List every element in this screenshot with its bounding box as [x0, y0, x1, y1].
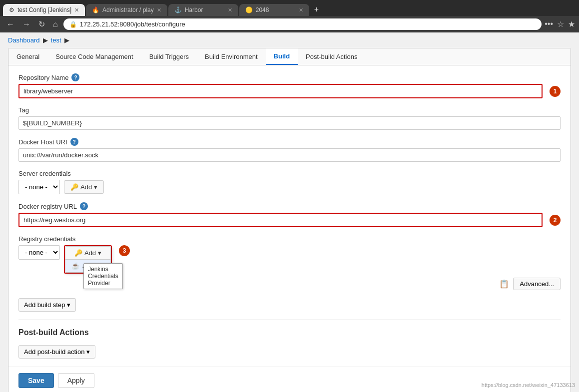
breadcrumb: Dashboard ▶ test ▶: [0, 32, 579, 48]
breadcrumb-sep-1: ▶: [43, 36, 48, 44]
badge-3: 3: [119, 245, 130, 256]
back-button[interactable]: ←: [4, 19, 17, 30]
more-icon[interactable]: •••: [545, 19, 553, 29]
tab-favicon-2: 🔥: [92, 6, 99, 13]
add-caret-icon: ▾: [94, 183, 97, 191]
page: Dashboard ▶ test ▶ General Source Code M…: [0, 32, 579, 392]
page-content: Dashboard ▶ test ▶ General Source Code M…: [0, 32, 579, 392]
build-tab-content: Repository Name ? 1 Tag: [8, 65, 571, 367]
add-credentials-button[interactable]: 🔑 Add ▾: [65, 247, 110, 260]
key-icon: 🔑: [70, 183, 78, 191]
watermark: https://blog.csdn.net/weixin_47133613: [482, 382, 575, 388]
tag-label: Tag: [18, 106, 561, 114]
refresh-button[interactable]: ↻: [36, 18, 47, 30]
repo-name-help-icon[interactable]: ?: [71, 73, 79, 81]
forward-button[interactable]: →: [20, 19, 33, 30]
jenkins-icon: ☕: [71, 262, 79, 270]
tab-title-1: test Config [Jenkins]: [17, 6, 71, 13]
server-credentials-add-button[interactable]: 🔑 Add ▾: [64, 180, 104, 194]
tab-triggers[interactable]: Build Triggers: [141, 48, 197, 65]
tag-group: Tag: [18, 106, 561, 130]
tab-2048[interactable]: 🟡 2048 ✕: [239, 4, 309, 16]
registry-credentials-label: Registry credentials: [18, 235, 561, 243]
tab-title-4: 2048: [256, 6, 296, 13]
dropdown-caret-icon: ▾: [98, 249, 101, 257]
tab-environment[interactable]: Build Environment: [197, 48, 266, 65]
nav-icons: ••• ☆ ★: [545, 19, 575, 29]
bookmark-icon[interactable]: ☆: [557, 19, 564, 29]
server-credentials-row: - none - 🔑 Add ▾: [18, 180, 561, 194]
bottom-bar: Save Apply: [8, 367, 571, 392]
tab-close-1[interactable]: ✕: [74, 7, 79, 13]
address-text: 172.25.21.52:8080/job/test/configure: [80, 20, 536, 28]
browser-chrome: ⚙ test Config [Jenkins] ✕ 🔥 Administrato…: [0, 0, 579, 32]
server-credentials-label: Server credentials: [18, 170, 561, 177]
nav-bar: ← → ↻ ⌂ 🔒 172.25.21.52:8080/job/test/con…: [0, 16, 579, 32]
docker-host-uri-input[interactable]: [18, 148, 561, 162]
tab-title-2: Administrator / play: [102, 6, 154, 13]
tab-post-build[interactable]: Post-build Actions: [298, 48, 365, 65]
breadcrumb-sep-2: ▶: [64, 36, 69, 44]
new-tab-button[interactable]: +: [310, 3, 323, 16]
add-build-step-button[interactable]: Add build step ▾: [18, 298, 76, 312]
add-post-build-action-button[interactable]: Add post-build action ▾: [18, 345, 95, 359]
repo-name-label: Repository Name ?: [18, 73, 561, 81]
tab-general[interactable]: General: [8, 48, 47, 65]
add-post-build-row: Add post-build action ▾: [18, 345, 561, 359]
config-tabs-row: General Source Code Management Build Tri…: [8, 48, 571, 65]
registry-credentials-group: Registry credentials - none - 🔑 Add: [18, 235, 561, 290]
add-build-step-row: Add build step ▾: [18, 298, 561, 312]
post-build-caret-icon: ▾: [86, 348, 90, 356]
tag-input[interactable]: [18, 116, 561, 130]
tab-test-config[interactable]: ⚙ test Config [Jenkins] ✕: [3, 4, 85, 16]
tab-favicon-3: ⚓: [174, 6, 182, 13]
docker-host-uri-group: Docker Host URI ?: [18, 138, 561, 162]
save-button[interactable]: Save: [18, 373, 54, 388]
tab-close-2[interactable]: ✕: [157, 7, 161, 13]
tab-title-3: Harbor: [185, 6, 225, 13]
tab-build[interactable]: Build: [266, 48, 298, 65]
advanced-icon: 📋: [499, 279, 509, 289]
post-build-title: Post-build Actions: [18, 328, 561, 337]
docker-registry-url-help-icon[interactable]: ?: [80, 202, 88, 210]
home-button[interactable]: ⌂: [50, 19, 60, 30]
repo-name-group: Repository Name ? 1: [18, 73, 561, 98]
apply-button[interactable]: Apply: [58, 373, 94, 388]
docker-registry-url-group: Docker registry URL ? 2: [18, 202, 561, 227]
lock-icon: 🔒: [69, 21, 77, 28]
registry-credentials-select[interactable]: - none -: [18, 245, 60, 260]
docker-registry-url-input[interactable]: [19, 214, 542, 226]
star-icon[interactable]: ★: [568, 19, 575, 29]
tooltip-popup: Jenkins Credentials Provider: [83, 263, 123, 289]
docker-host-uri-help-icon[interactable]: ?: [70, 138, 78, 146]
tab-harbor[interactable]: ⚓ Harbor ✕: [168, 4, 238, 16]
section-divider: [18, 320, 561, 320]
breadcrumb-test[interactable]: test: [51, 36, 61, 44]
repo-name-input[interactable]: [19, 85, 542, 97]
breadcrumb-dashboard[interactable]: Dashboard: [8, 36, 40, 44]
tab-favicon-4: 🟡: [245, 6, 253, 13]
badge-1: 1: [550, 86, 561, 97]
server-credentials-group: Server credentials - none - 🔑 Add ▾: [18, 170, 561, 194]
tab-favicon-1: ⚙: [9, 6, 14, 13]
tab-bar: ⚙ test Config [Jenkins] ✕ 🔥 Administrato…: [0, 0, 579, 16]
tab-close-4[interactable]: ✕: [299, 7, 303, 13]
tab-scm[interactable]: Source Code Management: [47, 48, 141, 65]
add-step-caret-icon: ▾: [67, 301, 70, 309]
server-credentials-select[interactable]: - none -: [18, 180, 60, 194]
docker-host-uri-label: Docker Host URI ?: [18, 138, 561, 146]
advanced-button[interactable]: Advanced...: [513, 278, 561, 290]
address-bar[interactable]: 🔒 172.25.21.52:8080/job/test/configure: [63, 18, 542, 30]
tab-administrator[interactable]: 🔥 Administrator / play ✕: [86, 4, 167, 16]
key-icon2: 🔑: [74, 249, 82, 257]
tab-close-3[interactable]: ✕: [228, 7, 232, 13]
config-panel: General Source Code Management Build Tri…: [8, 48, 571, 392]
docker-registry-url-label: Docker registry URL ?: [18, 202, 561, 210]
badge-2: 2: [550, 215, 561, 226]
